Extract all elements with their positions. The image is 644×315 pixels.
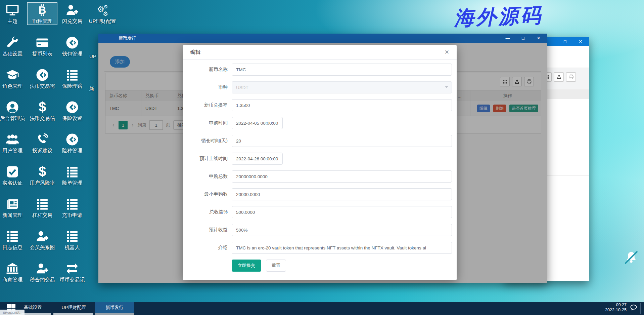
desktop-icon-0[interactable]: 主题	[0, 3, 27, 25]
desktop-icon-label: 闪兑交易	[57, 18, 87, 25]
form-row: 最小申购数	[183, 188, 452, 200]
user-plus-icon	[28, 229, 57, 244]
maximize-button[interactable]: □	[520, 34, 526, 43]
desktop-icon-label: 机器人	[57, 244, 87, 251]
print-icon[interactable]	[566, 72, 576, 82]
desktop-icon-26[interactable]: 机器人	[57, 229, 87, 251]
dialog-header: 编辑 ✕	[183, 45, 457, 60]
field-input[interactable]	[232, 242, 452, 254]
desktop-icon-label: 提币列表	[28, 51, 57, 57]
field-input[interactable]	[232, 224, 452, 236]
svg-text:B: B	[39, 4, 46, 16]
field-label: 币种	[183, 84, 228, 90]
taskbar-strip	[53, 313, 93, 315]
svg-text:⚙: ⚙	[103, 10, 108, 17]
desktop-icon-label: 角色管理	[0, 83, 27, 89]
desktop-icon-21[interactable]: 新闻管理	[0, 197, 27, 219]
close-button[interactable]: ✕	[536, 34, 541, 43]
form-row: 介绍	[183, 242, 452, 254]
desktop-icon-27[interactable]: 商家管理	[0, 261, 27, 283]
coin-logo-icon	[28, 68, 57, 82]
taskbar-item-up-finance[interactable]: UP理财配置	[54, 302, 94, 313]
desktop-icon-12[interactable]: 后台管理员	[0, 100, 27, 122]
browser-status-text: javascript:;	[0, 310, 25, 315]
desktop-icon-3[interactable]: ⚙⚙⚙UP理财配置	[88, 3, 117, 25]
desktop-icon-13[interactable]: $法币交易信	[28, 100, 57, 122]
form-row: 预计上线时间	[183, 153, 452, 165]
field-input[interactable]	[232, 117, 283, 129]
desktop-icon-28[interactable]: 秒合约交易	[28, 261, 57, 283]
minimize-button[interactable]: —	[505, 34, 510, 43]
taskbar-clock[interactable]: 09:27 2022-10-25	[605, 303, 627, 313]
desktop-icon-20[interactable]: 险单管理	[57, 164, 87, 186]
desktop-icon-4[interactable]: 基础设置	[0, 35, 27, 57]
form-row: 锁仓时间(天)	[183, 135, 452, 147]
field-input[interactable]	[232, 64, 452, 76]
desktop-icon-23[interactable]: 充币申请	[57, 197, 87, 219]
bank-icon	[0, 261, 27, 276]
taskbar-item-new-coin[interactable]: 新币发行	[95, 302, 134, 313]
list-icon	[57, 229, 87, 244]
reset-button[interactable]: 重置	[266, 260, 286, 272]
field-label: 总收益%	[183, 209, 228, 215]
desktop-icon-label: 商家管理	[0, 277, 27, 283]
desktop-icon-25[interactable]: 会员关系图	[28, 229, 57, 251]
users-icon	[0, 132, 27, 147]
close-button[interactable]: ✕	[578, 37, 583, 46]
desktop-icon-9[interactable]: 法币交易需	[28, 68, 57, 89]
desktop-icon-6[interactable]: 钱包管理	[57, 35, 87, 57]
minimize-button[interactable]: —	[547, 37, 552, 46]
field-input[interactable]	[232, 135, 452, 147]
field-input[interactable]	[232, 170, 452, 183]
desktop-icon-16[interactable]: 投诉建议	[28, 132, 57, 154]
field-input[interactable]	[232, 206, 452, 218]
desktop-icon-24[interactable]: 日志信息	[0, 229, 27, 251]
field-input[interactable]	[232, 99, 452, 111]
desktop-icon-label: 后台管理员	[0, 115, 27, 122]
desktop-icon-5[interactable]: 提币列表	[28, 35, 57, 57]
user-plus-icon	[57, 3, 87, 17]
svg-text:$: $	[39, 165, 46, 179]
list-icon	[57, 197, 87, 211]
field-label: 申购总数	[183, 173, 228, 180]
desktop-icon-14[interactable]: 保险设置	[57, 100, 87, 122]
currency-select-value	[232, 81, 452, 93]
taskbar: 基础设置 UP理财配置 新币发行 09:27 2022-10-25	[0, 302, 644, 315]
desktop-icon-29[interactable]: 币币交易记	[57, 261, 87, 283]
notifications-off-icon[interactable]	[624, 250, 639, 266]
desktop-icon-label: 投诉建议	[28, 148, 57, 154]
submit-button[interactable]: 立即提交	[232, 260, 261, 272]
field-input[interactable]	[232, 153, 283, 165]
desktop-icon-22[interactable]: 杠杆交易	[28, 197, 57, 219]
desktop-icon-label: 法币交易需	[28, 83, 57, 89]
desktop-icon-label: 险种管理	[57, 148, 87, 154]
desktop-icon-18[interactable]: 实名认证	[0, 164, 27, 186]
desktop-icon-label: UP理财配置	[88, 18, 117, 25]
show-desktop-divider[interactable]	[640, 303, 641, 314]
desktop-icon-8[interactable]: 角色管理	[0, 68, 27, 89]
check-square-icon	[0, 164, 27, 179]
svg-text:$: $	[39, 101, 46, 114]
desktop-icon-1[interactable]: B币种管理	[28, 3, 57, 25]
admin-user-icon	[0, 100, 27, 115]
desktop-icon-label: 险单管理	[57, 180, 87, 186]
coin-logo-icon	[57, 100, 87, 115]
currency-select[interactable]	[232, 81, 452, 93]
monitor-icon	[0, 3, 27, 17]
close-icon[interactable]: ✕	[445, 49, 457, 56]
field-input[interactable]	[232, 188, 452, 200]
export-icon[interactable]	[554, 72, 564, 82]
desktop-icon-label: 币种管理	[28, 18, 57, 25]
desktop-icon-17[interactable]: 险种管理	[57, 132, 87, 154]
main-window-titlebar: 新币发行 — □ ✕	[98, 34, 547, 43]
desktop-icon-15[interactable]: 用户管理	[0, 132, 27, 154]
desktop-icon-19[interactable]: $用户风险率	[28, 164, 57, 186]
chat-icon[interactable]	[629, 304, 638, 313]
desktop-icon-2[interactable]: 闪兑交易	[57, 3, 87, 25]
window-title: 新币发行	[98, 35, 136, 41]
list-icon	[28, 197, 57, 211]
desktop-icon-label: 日志信息	[0, 244, 27, 251]
maximize-button[interactable]: □	[562, 37, 568, 46]
desktop-icon-label: 主题	[0, 18, 27, 25]
desktop-icon-10[interactable]: 保险理赔	[57, 68, 87, 89]
